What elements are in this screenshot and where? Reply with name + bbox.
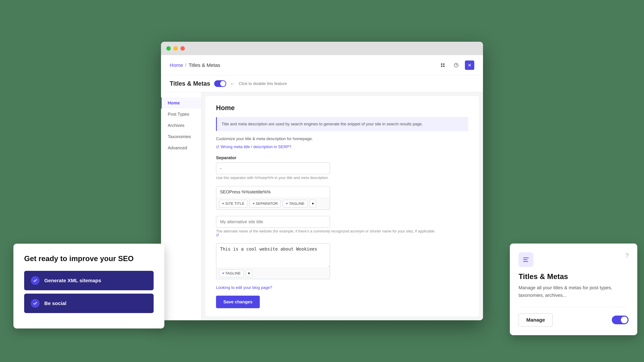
meta-tag-tagline-btn[interactable]: + TAGLINE: [219, 270, 244, 277]
grid-view-button[interactable]: [438, 60, 448, 70]
tag-more-btn[interactable]: ▾: [310, 200, 316, 207]
meta-desc-textarea[interactable]: [216, 244, 330, 267]
breadcrumb-current: Titles & Metas: [188, 62, 220, 68]
help-link-text: Wrong meta title / description in SERP?: [221, 144, 291, 149]
save-changes-button[interactable]: Save changes: [216, 296, 260, 308]
content-section-title: Home: [216, 104, 468, 112]
seo-item-xml-sitemaps[interactable]: Generate XML sitemaps: [24, 271, 154, 290]
info-panel-desc: Manage all your titles & metas for post …: [518, 284, 628, 299]
sidebar: Home Post Types Archives Taxonomies Adva…: [161, 92, 201, 320]
info-panel-title: Titles & Metas: [518, 272, 628, 281]
separator-label: Separator: [216, 155, 468, 160]
sidebar-item-taxonomies[interactable]: Taxonomies: [161, 131, 201, 142]
blog-page-link-text: Looking to edit your blog page?: [216, 285, 272, 290]
browser-titlebar: [161, 42, 483, 55]
seo-check-icon-xml: [31, 276, 40, 285]
tag-site-title-btn[interactable]: + SITE TITLE: [219, 200, 247, 207]
separator-group: Separator Use this separator with %%sep%…: [216, 155, 468, 180]
seo-panel-title: Get ready to improve your SEO: [24, 254, 154, 263]
meta-tag-more-btn[interactable]: ▾: [246, 270, 252, 277]
seo-item-label-social: Be social: [44, 301, 66, 306]
blog-page-link[interactable]: Looking to edit your blog page?: [216, 285, 272, 290]
info-panel: ? Titles & Metas Manage all your titles …: [510, 244, 637, 335]
meta-desc-container: + TAGLINE ▾: [216, 243, 330, 279]
tag-tagline-label: TAGLINE: [289, 201, 304, 206]
content-area: Home Title and meta description are used…: [205, 96, 479, 316]
alt-title-edit-link[interactable]: [216, 233, 219, 237]
page-header: Titles & Metas ← Click to disable this f…: [161, 75, 483, 92]
main-layout: Home Post Types Archives Taxonomies Adva…: [161, 92, 483, 320]
info-banner-text: Title and meta description are used by s…: [222, 122, 423, 126]
svg-line-8: [217, 234, 219, 235]
browser-window: Home / Titles & Metas: [161, 42, 483, 320]
check-icon-2: [33, 301, 38, 306]
browser-content: Home / Titles & Metas: [161, 55, 483, 320]
page-title: Titles & Metas: [170, 80, 210, 87]
tag-separator-btn[interactable]: + SEPARATOR: [250, 200, 281, 207]
svg-rect-3: [443, 65, 444, 67]
svg-rect-1: [443, 63, 444, 65]
sidebar-item-archives[interactable]: Archives: [161, 120, 201, 131]
info-panel-header: ?: [518, 252, 628, 267]
tag-separator-label: SEPARATOR: [256, 201, 278, 206]
top-nav-actions: [438, 60, 474, 70]
seo-item-social[interactable]: Be social: [24, 294, 154, 313]
svg-rect-11: [523, 261, 528, 262]
seo-panel: Get ready to improve your SEO Generate X…: [14, 244, 164, 329]
meta-desc-group: + TAGLINE ▾: [216, 243, 468, 279]
help-button[interactable]: [452, 60, 461, 70]
sidebar-item-advanced[interactable]: Advanced: [161, 142, 201, 153]
title-input[interactable]: [216, 186, 330, 198]
feature-toggle[interactable]: [214, 80, 226, 87]
breadcrumb: Home / Titles & Metas: [170, 62, 220, 68]
manage-button[interactable]: Manage: [518, 313, 553, 327]
meta-desc-tags: + TAGLINE ▾: [216, 268, 330, 279]
alt-title-input[interactable]: [216, 216, 330, 228]
svg-line-7: [217, 146, 219, 147]
alt-title-group: The alternate name of the website (for e…: [216, 216, 468, 237]
title-tag-input: + SITE TITLE + SEPARATOR + TAGLINE: [216, 186, 330, 210]
seo-check-icon-social: [31, 299, 40, 308]
seo-item-label-xml: Generate XML sitemaps: [44, 278, 101, 283]
svg-rect-0: [441, 63, 442, 65]
separator-hint: Use this separator with %%sep%% in your …: [216, 176, 468, 180]
customize-desc: Customize your title & meta description …: [216, 136, 468, 141]
breadcrumb-home-link[interactable]: Home: [170, 62, 183, 68]
menu-icon: [522, 256, 530, 263]
info-panel-manage: Manage: [518, 313, 628, 327]
separator-input[interactable]: [216, 162, 330, 174]
dot-green: [166, 46, 171, 51]
toggle-track[interactable]: [214, 80, 226, 87]
title-group: + SITE TITLE + SEPARATOR + TAGLINE: [216, 186, 468, 210]
info-banner: Title and meta description are used by s…: [216, 117, 468, 131]
tag-site-title-label: SITE TITLE: [225, 201, 244, 206]
tag-tagline-btn[interactable]: + TAGLINE: [283, 200, 308, 207]
edit-icon: [216, 233, 219, 237]
sidebar-item-home[interactable]: Home: [161, 97, 201, 109]
toggle-hint: Click to disable this feature: [239, 81, 287, 86]
check-icon: [33, 278, 38, 283]
breadcrumb-separator: /: [185, 62, 186, 68]
info-panel-help-icon[interactable]: ?: [625, 252, 628, 259]
toggle-arrow-icon: ←: [230, 81, 234, 86]
meta-tag-tagline-label: TAGLINE: [225, 271, 241, 276]
close-button[interactable]: [465, 60, 474, 70]
sidebar-item-post-types[interactable]: Post Types: [161, 109, 201, 120]
alt-title-desc: The alternate name of the website (for e…: [216, 229, 468, 233]
manage-toggle-thumb: [621, 317, 628, 323]
dot-yellow: [174, 46, 178, 51]
dot-red: [180, 46, 185, 51]
svg-rect-10: [523, 259, 528, 260]
toggle-thumb: [220, 81, 226, 86]
title-tag-buttons: + SITE TITLE + SEPARATOR + TAGLINE: [216, 198, 330, 210]
help-link[interactable]: Wrong meta title / description in SERP?: [216, 144, 468, 149]
manage-toggle[interactable]: [612, 316, 628, 324]
top-nav: Home / Titles & Metas: [161, 55, 483, 75]
external-link-icon: [216, 145, 219, 148]
svg-rect-2: [441, 65, 442, 67]
svg-rect-9: [523, 258, 529, 258]
info-panel-icon: [518, 252, 533, 267]
